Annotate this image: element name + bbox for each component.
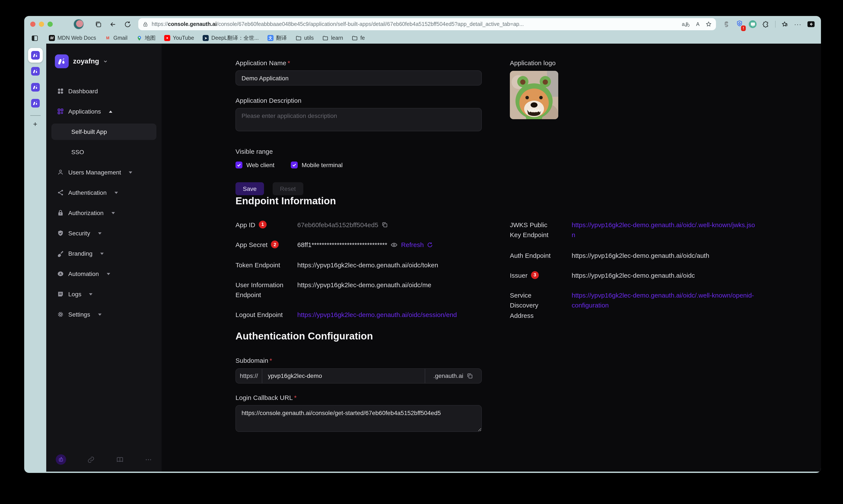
auth-endpoint-row: Auth Endpoint https://ypvp16gk2lec-demo.… xyxy=(510,250,756,260)
bookmark-gmail[interactable]: MGmail xyxy=(105,35,127,41)
more-ellipsis-icon[interactable] xyxy=(145,456,152,463)
bookmark-youtube[interactable]: YouTube xyxy=(164,35,194,41)
sidebar-item-authorization[interactable]: Authorization xyxy=(51,205,156,221)
google-translate-icon: 文 xyxy=(267,35,274,41)
screen-share-icon[interactable] xyxy=(749,20,757,28)
address-bar[interactable]: https://console.genauth.ai/console/67eb6… xyxy=(138,18,716,30)
sidebar-item-sso[interactable]: SSO xyxy=(51,144,156,160)
caret-down-icon xyxy=(111,212,115,214)
checkbox-checked-icon xyxy=(291,162,298,168)
new-tab-button[interactable]: + xyxy=(33,120,37,129)
browser-profile-avatar[interactable] xyxy=(73,19,84,29)
favorites-list-icon[interactable] xyxy=(781,20,789,28)
eye-icon[interactable] xyxy=(391,241,398,248)
application-description-input[interactable] xyxy=(235,108,482,131)
checkbox-checked-icon xyxy=(235,162,242,168)
workspace-switcher[interactable]: zoyafng xyxy=(51,54,156,68)
paintbrush-icon xyxy=(57,250,64,257)
refresh-icon xyxy=(427,242,433,248)
extension-r-icon[interactable] xyxy=(723,20,730,28)
copy-icon[interactable] xyxy=(467,373,473,379)
endpoint-information-title: Endpoint Information xyxy=(235,195,812,207)
link-icon[interactable] xyxy=(88,456,95,463)
sidebar-item-authentication[interactable]: Authentication xyxy=(51,184,156,201)
share-icon xyxy=(57,189,64,196)
adblock-shield-icon[interactable]: ! xyxy=(736,20,743,29)
lock-icon xyxy=(57,209,64,217)
tab-4[interactable] xyxy=(31,99,39,107)
sidebar-panel-icon[interactable] xyxy=(31,34,38,42)
shield-icon xyxy=(57,230,64,237)
bookmark-deepl[interactable]: DeepL翻译：全世... xyxy=(203,34,259,42)
application-name-input[interactable] xyxy=(235,70,482,86)
service-discovery-link[interactable]: https://ypvp16gk2lec-demo.genauth.ai/oid… xyxy=(572,291,754,309)
mobile-terminal-checkbox[interactable]: Mobile terminal xyxy=(291,162,343,168)
copy-icon[interactable] xyxy=(382,221,388,228)
sidebar-item-users-management[interactable]: Users Management xyxy=(51,164,156,181)
sidebar-item-security[interactable]: Security xyxy=(51,225,156,241)
bookmarks-bar: MMDN Web Docs MGmail 地图 YouTube DeepL翻译：… xyxy=(24,32,821,43)
translate-page-icon[interactable]: aあ xyxy=(682,20,690,28)
caret-up-icon xyxy=(109,110,112,112)
sidebar-item-self-built-app[interactable]: Self-built App xyxy=(51,124,156,140)
caret-down-icon xyxy=(100,252,104,255)
sidebar-item-dashboard[interactable]: Dashboard xyxy=(51,83,156,99)
tab-2[interactable] xyxy=(31,67,39,75)
jwks-endpoint-link[interactable]: https://ypvp16gk2lec-demo.genauth.ai/oid… xyxy=(572,221,755,239)
refresh-secret-link[interactable]: Refresh xyxy=(401,240,433,250)
subdomain-protocol-prefix: https:// xyxy=(236,369,262,383)
sidebar-footer xyxy=(51,454,156,467)
endpoint-column-left: App ID1 67eb60feb4a5152bff504ed5 App Sec… xyxy=(235,220,510,330)
bookmark-folder-learn[interactable]: learn xyxy=(322,35,343,41)
toolbar-divider xyxy=(775,21,776,28)
tab-overview-icon[interactable] xyxy=(94,20,102,29)
subdomain-label: Subdomain* xyxy=(235,357,812,364)
auth-endpoint-value: https://ypvp16gk2lec-demo.genauth.ai/oid… xyxy=(572,250,709,260)
bookmark-maps[interactable]: 地图 xyxy=(136,34,156,42)
sidebar-item-branding[interactable]: Branding xyxy=(51,245,156,262)
more-options-icon[interactable]: ··· xyxy=(794,22,802,26)
bookmark-folder-fe[interactable]: fe xyxy=(352,35,365,41)
web-client-checkbox[interactable]: Web client xyxy=(235,162,275,168)
vertical-tab-strip: + xyxy=(24,43,46,472)
reader-view-icon[interactable]: A xyxy=(696,21,700,27)
app-sidebar: zoyafng Dashboard Applications xyxy=(46,43,162,472)
back-button[interactable] xyxy=(108,20,117,29)
save-button[interactable]: Save xyxy=(235,182,264,195)
tab-3[interactable] xyxy=(31,83,39,91)
logout-endpoint-link[interactable]: https://ypvp16gk2lec-demo.genauth.ai/oid… xyxy=(297,311,457,319)
bookmark-translate[interactable]: 文翻译 xyxy=(267,34,287,42)
docs-book-icon[interactable] xyxy=(116,456,123,463)
zoom-window-button[interactable] xyxy=(48,22,53,27)
assistant-robot-icon[interactable] xyxy=(56,454,66,465)
bookmark-star-icon[interactable] xyxy=(706,21,712,27)
minimize-window-button[interactable] xyxy=(39,22,44,27)
bookmark-mdn[interactable]: MMDN Web Docs xyxy=(49,35,96,41)
subdomain-input[interactable] xyxy=(262,369,425,383)
close-window-button[interactable] xyxy=(30,22,35,27)
sidebar-item-settings[interactable]: Settings xyxy=(51,306,156,323)
sidebar-item-automation[interactable]: A Automation xyxy=(51,266,156,282)
bookmark-folder-utils[interactable]: utils xyxy=(296,35,314,41)
sidebar-item-applications[interactable]: Applications xyxy=(51,103,156,120)
caret-down-icon xyxy=(107,273,110,275)
step-badge-2: 2 xyxy=(271,241,279,249)
app-id-row: App ID1 67eb60feb4a5152bff504ed5 xyxy=(235,220,510,230)
tab-active[interactable] xyxy=(28,48,42,62)
gear-icon xyxy=(57,311,64,318)
login-callback-url-input[interactable]: https://console.genauth.ai/console/get-s… xyxy=(235,405,482,432)
sidebar-toggle-right-icon[interactable] xyxy=(807,21,815,28)
application-logo-image[interactable] xyxy=(510,71,558,119)
mdn-icon: M xyxy=(49,35,55,41)
app-secret-row: App Secret2 68ff1***********************… xyxy=(235,240,510,250)
subdomain-suffix: .genauth.ai xyxy=(433,373,463,379)
step-badge-3: 3 xyxy=(531,271,539,279)
genauth-logo xyxy=(55,54,69,68)
sidebar-item-logs[interactable]: Logs xyxy=(51,286,156,302)
authentication-configuration-title: Authentication Configuration xyxy=(235,330,812,342)
reset-button[interactable]: Reset xyxy=(273,182,303,195)
extensions-puzzle-icon[interactable] xyxy=(762,20,770,28)
reload-button[interactable] xyxy=(123,20,132,29)
token-endpoint-row: Token Endpoint https://ypvp16gk2lec-demo… xyxy=(235,260,510,270)
logout-endpoint-row: Logout Endpoint https://ypvp16gk2lec-dem… xyxy=(235,310,510,320)
